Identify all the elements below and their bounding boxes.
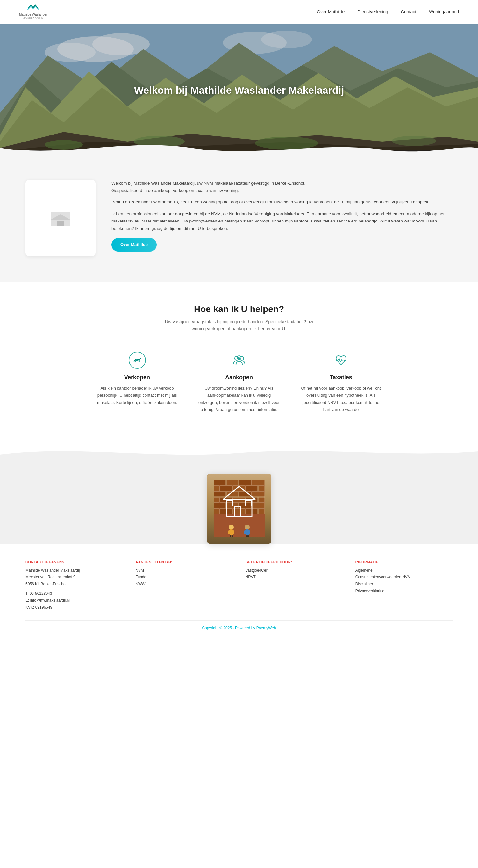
footer-copyright: Copyright © 2025 · Powered by PoemyWeb — [26, 620, 452, 630]
footer-vastgoedcert-link[interactable]: VastgoedCert — [245, 567, 343, 574]
logo[interactable]: Mathilde Waslander MAKELAARDIJ — [19, 4, 47, 20]
footer-contact-phone: T: 06-50123043 — [26, 590, 123, 597]
svg-rect-63 — [232, 535, 233, 537]
navbar: Mathilde Waslander MAKELAARDIJ Over Math… — [0, 0, 478, 24]
footer-contact: CONTACTGEGEVENS: Mathilde Waslander Make… — [26, 560, 123, 611]
about-section: Welkom bij Mathilde Waslander Makelaardi… — [0, 157, 478, 282]
services-grid: Verkopen Als klein kantoor benader ik uw… — [19, 348, 459, 416]
svg-rect-33 — [245, 486, 258, 491]
svg-rect-66 — [244, 530, 246, 534]
svg-rect-38 — [252, 492, 265, 497]
services-subtitle: Uw vastgoed vraagstuk is bij mij in goed… — [19, 318, 459, 333]
svg-rect-31 — [220, 486, 232, 491]
svg-rect-28 — [239, 480, 251, 485]
footer-gecertificeerd-title: GECERTIFICEERD DOOR: — [245, 560, 343, 564]
footer-algemene-link[interactable]: Algemene — [355, 567, 452, 574]
svg-point-24 — [237, 356, 241, 360]
about-placeholder-icon — [48, 205, 73, 231]
svg-point-23 — [240, 356, 244, 360]
footer-contact-line-3: 5056 KL Berkel-Enschot — [26, 581, 123, 588]
footer-contact-title: CONTACTGEGEVENS: — [26, 560, 123, 564]
service-card-taxaties: Taxaties Of het nu voor aankoop, verkoop… — [297, 348, 386, 416]
aankopen-name: Aankopen — [198, 374, 280, 381]
about-button[interactable]: Over Mathilde — [111, 238, 157, 251]
svg-rect-41 — [233, 497, 245, 502]
footer-aangesloten-title: AANGESLOTEN BIJ: — [135, 560, 233, 564]
svg-rect-68 — [245, 535, 247, 537]
svg-point-22 — [235, 356, 239, 360]
service-card-verkopen: Verkopen Als klein kantoor benader ik uw… — [93, 348, 182, 409]
footer-info: INFORMATIE: Algemene Consumentenvoorwaar… — [355, 560, 452, 611]
footer-privacy-link[interactable]: Privacyverklaring — [355, 588, 452, 595]
svg-point-64 — [245, 525, 250, 530]
logo-icon — [27, 4, 40, 13]
aankopen-desc: Uw droomwoning gezien? En nu? Als aankoo… — [198, 385, 280, 413]
svg-rect-29 — [252, 480, 265, 485]
services-title: Hoe kan ik U helpen? — [19, 304, 459, 314]
verkopen-icon — [128, 351, 146, 369]
nav-over-mathilde[interactable]: Over Mathilde — [317, 9, 345, 14]
footer-disclaimer-link[interactable]: Disclaimer — [355, 581, 452, 588]
house-illustration — [214, 480, 265, 537]
footer-info-title: INFORMATIE: — [355, 560, 452, 564]
svg-rect-19 — [57, 221, 64, 226]
footer-nvm-link[interactable]: NVM — [135, 567, 233, 574]
footer-gecertificeerd: GECERTIFICEERD DOOR: VastgoedCert NRVT — [245, 560, 343, 611]
footer-consumentenvoorwaarden-link[interactable]: Consumentenvoorwaarden NVM — [355, 574, 452, 581]
nav-contact[interactable]: Contact — [401, 9, 416, 14]
photo-section — [0, 442, 478, 544]
copyright-text: Copyright © 2025 · Powered by PoemyWeb — [202, 626, 276, 630]
house-photo — [207, 474, 271, 544]
svg-rect-62 — [230, 535, 231, 537]
footer-aangesloten: AANGESLOTEN BIJ: NVM Funda NWWI — [135, 560, 233, 611]
svg-rect-69 — [247, 535, 249, 537]
hero-title: Welkom bij Mathilde Waslander Makelaardi… — [134, 84, 344, 97]
verkopen-desc: Als klein kantoor benader ik uw verkoop … — [96, 385, 179, 406]
svg-rect-27 — [227, 480, 239, 485]
services-section: Hoe kan ik U helpen? Uw vastgoed vraagst… — [0, 282, 478, 442]
about-p3: Ik ben een professioneel kantoor aangesl… — [111, 210, 452, 232]
logo-subtitle: MAKELAARDIJ — [23, 17, 44, 20]
nav-links: Over Mathilde Dienstverlening Contact Wo… — [317, 9, 459, 14]
hero-section: Welkom bij Mathilde Waslander Makelaardi… — [0, 24, 478, 157]
about-text: Welkom bij Mathilde Waslander Makelaardi… — [111, 180, 452, 252]
service-card-aankopen: Aankopen Uw droomwoning gezien? En nu? A… — [195, 348, 284, 416]
svg-point-58 — [229, 525, 234, 530]
verkopen-name: Verkopen — [96, 374, 179, 381]
hero-content: Welkom bij Mathilde Waslander Makelaardi… — [128, 78, 351, 103]
footer-contact-line-2: Meester van Roosmalenhof 9 — [26, 574, 123, 581]
nav-woningaanbod[interactable]: Woningaanbod — [429, 9, 459, 14]
footer-columns: CONTACTGEGEVENS: Mathilde Waslander Make… — [26, 560, 452, 611]
svg-rect-30 — [214, 486, 219, 491]
about-image-box — [26, 180, 96, 256]
about-p2: Bent u op zoek naar uw droomhuis, heeft … — [111, 198, 452, 206]
hero-wave — [0, 138, 478, 157]
taxaties-desc: Of het nu voor aankoop, verkoop of welli… — [300, 385, 382, 413]
house-photo-inner — [207, 474, 271, 544]
svg-rect-39 — [214, 497, 219, 502]
photo-section-wave — [0, 442, 478, 461]
taxaties-icon — [332, 351, 350, 369]
svg-rect-61 — [232, 530, 234, 534]
svg-point-21 — [136, 359, 138, 361]
footer-nwwi-link[interactable]: NWWI — [135, 581, 233, 588]
svg-rect-35 — [214, 492, 226, 497]
svg-rect-26 — [214, 480, 226, 485]
footer-funda-link[interactable]: Funda — [135, 574, 233, 581]
svg-rect-67 — [248, 530, 250, 534]
footer-contact-line-1: Mathilde Waslander Makelaardij — [26, 567, 123, 574]
aankopen-icon — [230, 351, 248, 369]
footer: CONTACTGEGEVENS: Mathilde Waslander Make… — [0, 544, 478, 640]
svg-rect-34 — [258, 486, 265, 491]
footer-contact-kvk: KVK: 09196649 — [26, 604, 123, 611]
footer-contact-email: E: info@mwmakelaardij.nl — [26, 597, 123, 604]
about-p1: Welkom bij Mathilde Waslander Makelaardi… — [111, 180, 452, 194]
svg-rect-43 — [258, 497, 265, 502]
svg-rect-60 — [228, 530, 230, 534]
svg-rect-48 — [214, 509, 219, 514]
svg-rect-47 — [252, 503, 265, 508]
nav-dienstverlening[interactable]: Dienstverlening — [357, 9, 388, 14]
footer-nrvt-link[interactable]: NRVT — [245, 574, 343, 581]
svg-rect-52 — [258, 509, 265, 514]
logo-name: Mathilde Waslander — [19, 13, 47, 17]
